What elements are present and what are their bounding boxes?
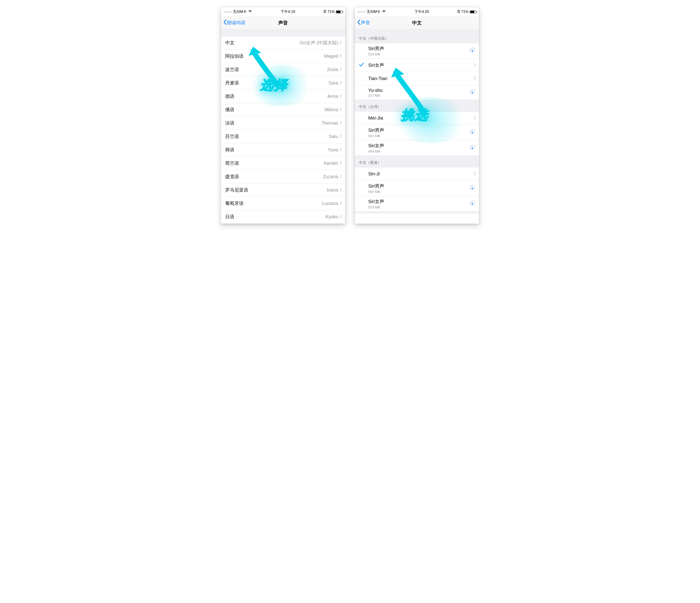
language-label: 捷克语	[225, 173, 239, 180]
language-label: 法语	[225, 120, 234, 126]
chevron-right-icon	[340, 67, 342, 72]
language-row[interactable]: 俄语Milena	[221, 103, 345, 117]
voice-detail: Zuzana	[323, 174, 338, 179]
chevron-right-icon	[340, 107, 342, 112]
language-row[interactable]: 丹麦语Sara	[221, 76, 345, 90]
language-label: 韩语	[225, 147, 234, 153]
voice-row[interactable]: Tian-Tian	[355, 72, 479, 86]
section-header: 中文（香港）	[355, 156, 479, 167]
battery-pct-label: 71%	[327, 10, 335, 14]
language-row[interactable]: 法语Thomas	[221, 117, 345, 130]
voice-label: Siri女声	[368, 62, 473, 68]
voice-row[interactable]: Siri女声494 MB	[355, 140, 479, 156]
language-label: 罗马尼亚语	[225, 187, 248, 193]
voice-row[interactable]: Yu-shu217 MB	[355, 86, 479, 100]
chevron-right-icon	[340, 134, 342, 139]
cloud-download-icon[interactable]	[469, 129, 476, 136]
chevron-right-icon	[473, 63, 476, 68]
wifi-icon	[248, 10, 252, 14]
nav-header: 声音 中文	[355, 16, 479, 29]
voice-size: 217 MB	[368, 94, 469, 97]
phone-left: 无SIM卡 下午4:19 71% 朗读内容 声音 中文Siri女声 (中国大陆)…	[221, 7, 345, 224]
back-label: 声音	[361, 20, 370, 26]
voice-size: 523 MB	[368, 205, 469, 209]
voice-label: Sin-Ji	[368, 171, 473, 176]
voice-row[interactable]: Mei-Jia	[355, 112, 479, 125]
language-row[interactable]: 阿拉伯语Maged	[221, 50, 345, 63]
chevron-right-icon	[340, 161, 342, 166]
lock-icon	[323, 10, 326, 14]
phone-right: 无SIM卡 下午4:20 71% 声音 中文 中文（中国大陆）Siri男声523…	[355, 7, 479, 224]
section-spacer	[221, 29, 345, 36]
nav-header: 朗读内容 声音	[221, 16, 345, 29]
voice-row[interactable]: Siri男声523 MB	[355, 43, 479, 58]
voice-size: 523 MB	[368, 52, 469, 56]
chevron-right-icon	[340, 174, 342, 179]
language-row[interactable]: 捷克语Zuzana	[221, 170, 345, 184]
voice-list: 中文（中国大陆）Siri男声523 MBSiri女声Tian-TianYu-sh…	[355, 29, 479, 212]
chevron-right-icon	[340, 147, 342, 152]
chevron-right-icon	[473, 171, 476, 176]
chevron-right-icon	[340, 187, 342, 193]
cloud-download-icon[interactable]	[469, 185, 476, 192]
back-button[interactable]: 朗读内容	[223, 19, 246, 26]
cloud-download-icon[interactable]	[469, 89, 476, 96]
voice-row[interactable]: Siri男声555 MB	[355, 181, 479, 196]
clock-label: 下午4:19	[280, 9, 295, 14]
voice-label: Siri男声	[368, 127, 469, 134]
signal-dots-icon	[224, 11, 231, 13]
language-label: 中文	[225, 40, 234, 46]
language-row[interactable]: 葡萄牙语Luciana	[221, 197, 345, 210]
language-label: 荷兰语	[225, 160, 239, 166]
cloud-download-icon[interactable]	[469, 144, 476, 152]
battery-pct-label: 71%	[461, 10, 469, 14]
voice-label: Siri女声	[368, 198, 469, 205]
language-label: 阿拉伯语	[225, 53, 244, 59]
chevron-right-icon	[340, 120, 342, 126]
chevron-right-icon	[340, 94, 342, 99]
voice-detail: Maged	[324, 53, 338, 59]
voice-row[interactable]: Siri女声	[355, 58, 479, 72]
chevron-left-icon	[223, 19, 227, 26]
language-row[interactable]: 罗马尼亚语Ioana	[221, 184, 345, 197]
voice-detail: Milena	[325, 107, 338, 112]
voice-size: 555 MB	[368, 190, 469, 194]
voice-label: Tian-Tian	[368, 76, 473, 81]
status-bar: 无SIM卡 下午4:19 71%	[221, 7, 345, 16]
language-label: 日语	[225, 214, 234, 220]
voice-row[interactable]: Sin-Ji	[355, 167, 479, 181]
voice-detail: Luciana	[322, 201, 338, 206]
voice-detail: Sara	[328, 80, 338, 86]
language-label: 芬兰语	[225, 134, 239, 140]
back-button[interactable]: 声音	[357, 19, 370, 26]
language-label: 葡萄牙语	[225, 200, 244, 207]
language-row[interactable]: 韩语Yuna	[221, 143, 345, 157]
language-label: 俄语	[225, 106, 234, 113]
chevron-right-icon	[340, 53, 342, 59]
voice-detail: Xander	[323, 161, 339, 166]
chevron-right-icon	[340, 214, 342, 219]
language-row[interactable]: 日语Kyoko	[221, 210, 345, 224]
language-row[interactable]: 荷兰语Xander	[221, 157, 345, 170]
voice-label: Siri女声	[368, 143, 469, 149]
cloud-download-icon[interactable]	[469, 47, 476, 54]
chevron-right-icon	[340, 80, 342, 86]
voice-label: Siri男声	[368, 183, 469, 189]
language-row[interactable]: 中文Siri女声 (中国大陆)	[221, 36, 345, 50]
chevron-left-icon	[357, 19, 361, 26]
cloud-download-icon[interactable]	[469, 200, 476, 208]
voice-size: 501 MB	[368, 134, 469, 138]
voice-row[interactable]: Siri男声501 MB	[355, 125, 479, 140]
page-title: 中文	[355, 20, 479, 26]
language-row[interactable]: 芬兰语Satu	[221, 130, 345, 143]
language-label: 波兰语	[225, 67, 239, 73]
voice-label: Mei-Jia	[368, 115, 473, 121]
voice-row[interactable]: Siri女声523 MB	[355, 196, 479, 212]
lock-icon	[457, 10, 460, 14]
chevron-right-icon	[340, 201, 342, 206]
language-list: 中文Siri女声 (中国大陆)阿拉伯语Maged波兰语Zosia丹麦语Sara德…	[221, 36, 345, 224]
voice-detail: Thomas	[322, 120, 338, 126]
language-row[interactable]: 德语Anna	[221, 90, 345, 103]
voice-detail: Zosia	[327, 67, 338, 72]
language-row[interactable]: 波兰语Zosia	[221, 63, 345, 76]
